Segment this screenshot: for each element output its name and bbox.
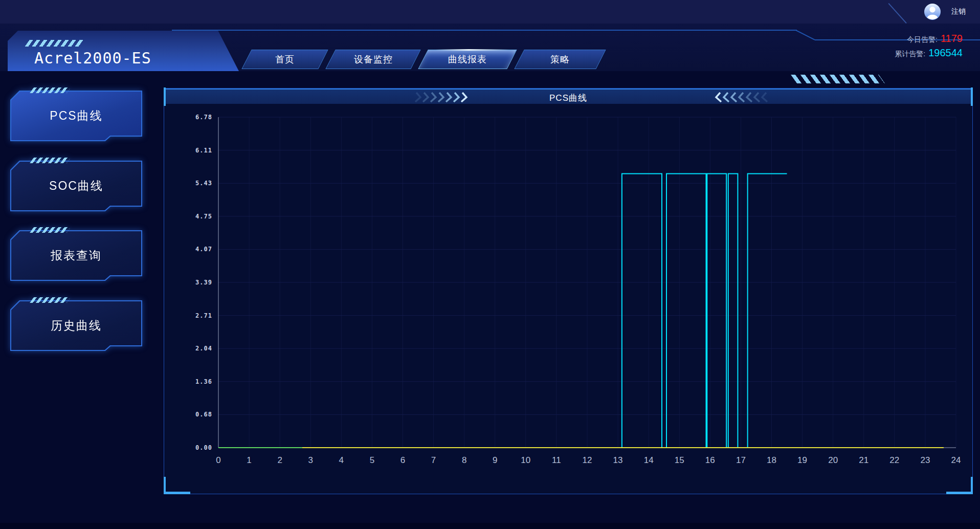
x-tick-label: 8 bbox=[462, 455, 466, 465]
alarm-total-label: 累计告警: bbox=[895, 50, 925, 58]
chart-series-cyan bbox=[218, 174, 787, 448]
topbar-diagonal-divider bbox=[888, 3, 907, 24]
sidebar-item-soc-curve[interactable]: SOC曲线 bbox=[10, 161, 142, 211]
tab-home[interactable]: 首页 bbox=[241, 50, 328, 69]
alarm-today-label: 今日告警: bbox=[907, 35, 938, 43]
y-tick-label: 1.36 bbox=[195, 378, 212, 385]
x-tick-label: 22 bbox=[889, 455, 899, 465]
panel-title-bar: PCS曲线 bbox=[164, 89, 972, 104]
alarm-today-value: 1179 bbox=[941, 33, 963, 44]
alarm-summary: 今日告警:1179 累计告警:196544 bbox=[895, 32, 963, 60]
sidebar-item-history-curve[interactable]: 历史曲线 bbox=[10, 300, 142, 351]
x-tick-label: 15 bbox=[675, 455, 684, 465]
header-band: Acrel2000-ES 首页设备监控曲线报表策略 今日告警:1179 累计告警… bbox=[0, 24, 980, 71]
x-tick-label: 9 bbox=[493, 455, 497, 465]
y-tick-label: 4.07 bbox=[195, 246, 212, 253]
app-title: Acrel2000-ES bbox=[34, 49, 151, 67]
tab-label: 策略 bbox=[550, 53, 570, 65]
x-tick-label: 23 bbox=[920, 455, 930, 465]
logo-plate: Acrel2000-ES bbox=[8, 31, 239, 71]
x-tick-label: 0 bbox=[216, 455, 220, 465]
x-tick-label: 10 bbox=[521, 455, 530, 465]
y-tick-label: 3.39 bbox=[195, 279, 212, 286]
panel-title: PCS曲线 bbox=[549, 92, 587, 104]
x-tick-label: 19 bbox=[797, 455, 807, 465]
x-tick-label: 6 bbox=[400, 455, 405, 465]
pcs-curve-chart: 6.786.115.434.754.073.392.712.041.360.68… bbox=[164, 104, 973, 495]
x-tick-label: 11 bbox=[552, 455, 561, 465]
x-tick-label: 21 bbox=[859, 455, 868, 465]
alarm-today-row: 今日告警:1179 bbox=[895, 32, 963, 46]
x-tick-label: 24 bbox=[951, 455, 961, 465]
x-tick-label: 1 bbox=[247, 455, 251, 465]
tab-curve-report[interactable]: 曲线报表 bbox=[418, 50, 517, 69]
sidebar-item-label: PCS曲线 bbox=[10, 91, 142, 141]
tab-label: 首页 bbox=[275, 53, 295, 65]
x-tick-label: 2 bbox=[277, 455, 282, 465]
logout-button[interactable]: 注销 bbox=[951, 7, 966, 16]
header-accent-line bbox=[172, 30, 797, 31]
alarm-total-row: 累计告警:196544 bbox=[895, 46, 963, 60]
y-tick-label: 0.00 bbox=[195, 444, 212, 451]
sidebar-item-label: 报表查询 bbox=[10, 230, 142, 281]
tab-label: 设备监控 bbox=[354, 53, 393, 65]
y-tick-label: 6.78 bbox=[195, 114, 212, 121]
logo-hatch-stripes-icon bbox=[25, 40, 83, 47]
sidebar-item-label: SOC曲线 bbox=[10, 161, 142, 211]
x-tick-label: 12 bbox=[583, 455, 592, 465]
x-tick-label: 17 bbox=[736, 455, 746, 465]
y-tick-label: 2.04 bbox=[195, 345, 212, 352]
sidebar-item-report-query[interactable]: 报表查询 bbox=[10, 230, 142, 281]
header-accent-diagonal bbox=[795, 30, 815, 40]
panel-corner-bracket-top-left bbox=[164, 87, 166, 106]
x-tick-label: 4 bbox=[339, 455, 344, 465]
nav-tabs: 首页设备监控曲线报表策略 bbox=[247, 50, 601, 69]
tab-strategy[interactable]: 策略 bbox=[514, 50, 606, 69]
chevrons-right-icon bbox=[414, 92, 475, 102]
sidebar-item-pcs-curve[interactable]: PCS曲线 bbox=[10, 91, 142, 141]
tab-label: 曲线报表 bbox=[448, 53, 487, 65]
x-tick-label: 7 bbox=[431, 455, 436, 465]
y-tick-label: 5.43 bbox=[195, 180, 212, 187]
x-tick-label: 18 bbox=[767, 455, 776, 465]
y-tick-label: 4.75 bbox=[195, 213, 212, 220]
y-tick-label: 0.68 bbox=[195, 411, 212, 418]
bottom-edge-strip bbox=[0, 523, 980, 529]
x-tick-label: 5 bbox=[370, 455, 374, 465]
top-bar: 注销 bbox=[0, 0, 980, 24]
panel-corner-bracket-top-right bbox=[971, 87, 973, 106]
x-tick-label: 14 bbox=[644, 455, 654, 465]
chevrons-left-icon bbox=[707, 92, 769, 102]
x-tick-label: 16 bbox=[705, 455, 715, 465]
y-tick-label: 2.71 bbox=[195, 312, 212, 319]
header-hatch-stripes-icon bbox=[791, 75, 885, 83]
sidebar-item-label: 历史曲线 bbox=[10, 300, 142, 351]
alarm-total-value: 196544 bbox=[928, 47, 963, 58]
x-tick-label: 13 bbox=[613, 455, 623, 465]
tab-device-monitoring[interactable]: 设备监控 bbox=[325, 50, 420, 69]
curve-panel: PCS曲线 6.786.115.434.754.073.392.712.041.… bbox=[164, 88, 973, 494]
x-tick-label: 3 bbox=[308, 455, 313, 465]
y-tick-label: 6.11 bbox=[195, 147, 212, 154]
x-tick-label: 20 bbox=[828, 455, 838, 465]
user-avatar-icon[interactable] bbox=[924, 3, 941, 20]
